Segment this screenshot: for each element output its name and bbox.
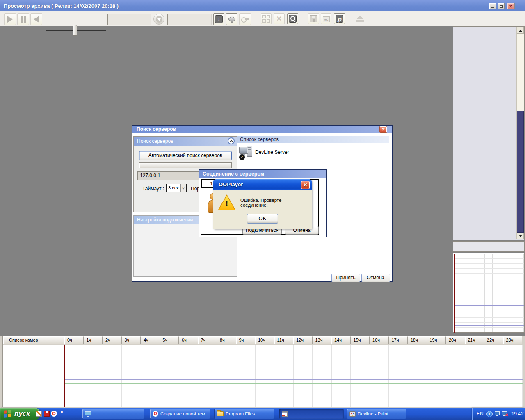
server-search-title: Поиск серверов <box>137 126 176 132</box>
windows-flag-icon <box>3 409 12 418</box>
mini-timeline-panel <box>453 253 525 333</box>
hide-icons-button[interactable]: ‹ <box>486 411 493 417</box>
date-field[interactable] <box>167 14 212 25</box>
hour-cell[interactable]: 10ч <box>255 336 274 344</box>
start-button[interactable]: пуск <box>0 408 40 420</box>
mini-timeline-grid <box>454 254 524 332</box>
language-indicator[interactable]: EN <box>477 411 484 417</box>
hour-cell[interactable]: 18ч <box>408 336 427 344</box>
key-button[interactable] <box>239 13 251 25</box>
timeline-grid[interactable] <box>65 345 523 407</box>
hour-cell[interactable]: 12ч <box>293 336 313 344</box>
info-strip-panel <box>453 241 525 252</box>
export-icon <box>356 16 364 22</box>
grid-view-button[interactable] <box>261 13 272 24</box>
timeline-section: Список камер 0ч 1ч 2ч 3ч 4ч 5ч 6ч 7ч 8ч … <box>0 336 525 408</box>
scroll-up-button[interactable] <box>517 27 524 34</box>
hour-cell[interactable]: 21ч <box>465 336 484 344</box>
mini-timeline-marker <box>454 254 455 333</box>
server-search-close-button[interactable]: ✕ <box>380 126 387 132</box>
hour-cell[interactable]: 14ч <box>331 336 351 344</box>
network-icon[interactable] <box>495 411 500 416</box>
zoom-button[interactable] <box>287 13 298 24</box>
hour-cell[interactable]: 20ч <box>446 336 465 344</box>
hour-cell[interactable]: 16ч <box>370 336 389 344</box>
hour-cell[interactable]: 3ч <box>122 336 141 344</box>
box-down-arrow-icon: ↓ <box>215 15 223 23</box>
accept-button[interactable]: Принять <box>331 274 360 282</box>
hour-cell[interactable]: 22ч <box>484 336 503 344</box>
timeout-dropdown[interactable]: 3 сек » <box>166 184 187 192</box>
calendar-button[interactable]: 25 <box>321 13 331 24</box>
hour-cell[interactable]: 5ч <box>160 336 179 344</box>
taskbar-clock[interactable]: 19:42 <box>511 411 524 417</box>
hour-cell[interactable]: 23ч <box>503 336 523 344</box>
hour-cell[interactable]: 17ч <box>389 336 408 344</box>
load-archive-button[interactable]: ↓ <box>213 13 224 25</box>
camera-list[interactable] <box>3 345 64 407</box>
calendar-icon: 25 <box>323 16 330 22</box>
window-title: Просмотр архива ( Релиз: 14/02/2007 20:1… <box>0 3 119 9</box>
chevron-down-icon: » <box>181 187 186 189</box>
scrollbar-thumb[interactable] <box>517 111 524 233</box>
network-disconnected-icon[interactable]: ✕ <box>502 411 507 416</box>
timeline-header: Список камер 0ч 1ч 2ч 3ч 4ч 5ч 6ч 7ч 8ч … <box>3 336 522 344</box>
hour-cell[interactable]: 8ч <box>217 336 236 344</box>
pause-icon <box>21 16 26 23</box>
player-window-icon <box>85 411 91 417</box>
hour-cell[interactable]: 4ч <box>141 336 160 344</box>
chevron-up-icon <box>230 140 233 143</box>
bookmark-button[interactable] <box>226 13 237 25</box>
save-frame-button[interactable] <box>308 13 319 24</box>
taskbar-item-active-window[interactable] <box>279 409 344 419</box>
server-list-item[interactable]: ✓ DevLine Server <box>238 145 329 162</box>
restore-button[interactable] <box>498 3 505 9</box>
hour-cell[interactable]: 2ч <box>103 336 122 344</box>
taskbar-item-label: Создание новой тем... <box>160 411 209 416</box>
taskbar-item-opera[interactable]: O Создание новой тем... <box>150 409 210 419</box>
hour-cell[interactable]: 19ч <box>427 336 446 344</box>
scroll-down-button[interactable] <box>517 233 524 239</box>
quicklaunch-notes-icon[interactable] <box>36 411 42 417</box>
quicklaunch-opera-icon[interactable]: O <box>51 411 57 417</box>
collapse-up-button[interactable] <box>228 137 235 144</box>
settings-button[interactable]: ℘ <box>334 13 345 24</box>
x-cross-icon: ✕ <box>276 16 282 22</box>
rewind-button[interactable] <box>30 13 42 25</box>
error-close-button[interactable]: ✕ <box>301 181 310 189</box>
minimize-button[interactable] <box>489 3 496 9</box>
ok-button[interactable]: OK <box>247 214 278 224</box>
vertical-scrollbar[interactable] <box>516 27 524 239</box>
export-button[interactable] <box>354 12 366 25</box>
hour-cell[interactable]: 0ч <box>64 336 84 344</box>
auto-search-button[interactable]: Автоматический поиск серверов <box>139 151 232 160</box>
hour-cell[interactable]: 7ч <box>198 336 217 344</box>
checkmark-badge-icon: ✓ <box>239 154 245 160</box>
quicklaunch-save-icon[interactable] <box>44 411 50 417</box>
hour-cell[interactable]: 9ч <box>236 336 256 344</box>
timeline-gutter <box>1 336 3 407</box>
hour-cell[interactable]: 11ч <box>274 336 294 344</box>
close-button[interactable]: ✕ <box>507 3 515 9</box>
system-tray: EN ‹ ✕ 19:42 <box>472 408 525 420</box>
hour-cell[interactable]: 1ч <box>84 336 103 344</box>
fullscreen-button[interactable]: ✕ <box>274 13 285 24</box>
timeout-dropdown-button[interactable]: » <box>180 184 186 192</box>
error-titlebar: OOPlayer ✕ <box>213 179 312 190</box>
speed-slider-thumb[interactable] <box>73 25 77 36</box>
search-cancel-button[interactable]: Отмена <box>361 274 390 282</box>
hour-cell[interactable]: 15ч <box>351 336 370 344</box>
quicklaunch-more-chevron[interactable]: » <box>60 409 63 415</box>
hour-cell[interactable]: 13ч <box>313 336 332 344</box>
taskbar-item-paint[interactable]: Devline - Paint <box>347 409 406 419</box>
pause-button[interactable] <box>17 13 29 25</box>
play-button[interactable] <box>4 13 16 25</box>
hour-cell[interactable]: 6ч <box>179 336 198 344</box>
taskbar-item-player[interactable] <box>82 409 144 419</box>
go-button[interactable] <box>153 14 164 25</box>
taskbar-item-program-files[interactable]: Program Files <box>214 409 274 419</box>
magnifier-icon <box>289 15 297 23</box>
arrow-down-icon <box>519 235 522 237</box>
time-field[interactable] <box>107 14 151 25</box>
search-panel-header-label: Поиск серверов <box>137 138 173 144</box>
